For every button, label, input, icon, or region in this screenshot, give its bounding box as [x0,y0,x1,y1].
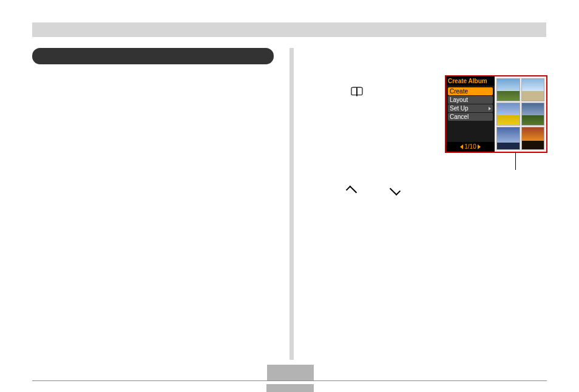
lcd-menu-create: Create [448,87,493,95]
pager-right-icon [478,144,481,149]
lcd-title: Create Album [446,76,495,86]
lcd-preview: Create Album Create Layout Set Up Cancel… [445,75,547,153]
lcd-menu-panel: Create Album Create Layout Set Up Cancel… [446,76,495,152]
thumbnail [496,127,520,150]
lcd-thumbnails [495,76,546,152]
thumbnail [521,78,545,101]
lcd-menu-setup: Set Up [448,104,493,112]
callout-pointer [515,153,516,170]
chevron-down-icon [390,184,401,195]
pager-text: 1/10 [464,143,476,150]
section-title-pill [32,48,274,64]
submenu-arrow-icon [489,107,491,110]
footer-rule [32,380,547,381]
lcd-menu-layout: Layout [448,96,493,104]
chevron-up-icon [346,186,357,197]
thumbnail [521,103,545,126]
book-icon [350,87,364,98]
thumbnail [496,78,520,101]
thumbnail [521,127,545,150]
pager-left-icon [460,144,463,149]
header-bar [32,22,546,37]
lcd-menu: Create Layout Set Up Cancel [446,86,495,123]
thumbnail [496,103,520,126]
page-number-block-2 [266,384,314,392]
column-divider [290,48,294,360]
lcd-menu-cancel: Cancel [448,113,493,121]
page-number-block [267,365,314,380]
lcd-pager: 1/10 [446,142,495,152]
